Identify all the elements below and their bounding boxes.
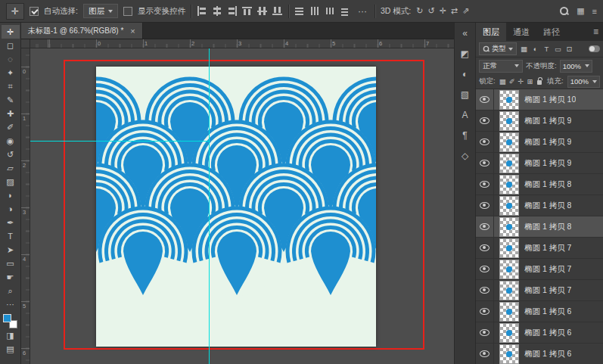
layer-visibility-toggle[interactable]: [476, 216, 494, 237]
3d-slide-icon[interactable]: ⇄: [451, 6, 458, 16]
history-brush-tool[interactable]: ↺: [2, 148, 20, 161]
lock-transparency-icon[interactable]: ▦: [499, 77, 506, 86]
layer-row[interactable]: 椭圆 1 拷贝 9: [476, 132, 603, 153]
layer-thumbnail[interactable]: [499, 132, 519, 152]
paragraph-panel-icon[interactable]: ¶: [462, 131, 467, 140]
layer-thumbnail[interactable]: [499, 323, 519, 343]
vertical-ruler[interactable]: 0123456: [21, 48, 30, 364]
brush-tool[interactable]: ✐: [2, 120, 20, 134]
layer-thumbnail[interactable]: [499, 196, 519, 216]
quick-selection-tool[interactable]: ✦: [2, 66, 20, 79]
menu-icon[interactable]: ≡: [592, 7, 597, 16]
layer-row[interactable]: 椭圆 1 拷贝 10: [476, 89, 603, 110]
layer-visibility-toggle[interactable]: [476, 132, 494, 152]
zoom-tool[interactable]: ⌕: [2, 284, 20, 297]
layer-row[interactable]: 椭圆 1 拷贝 6: [476, 322, 603, 344]
quick-mask-button[interactable]: ◨: [2, 328, 20, 342]
layer-row[interactable]: 椭圆 1 拷贝 9: [476, 153, 603, 174]
lasso-tool[interactable]: ◌: [2, 52, 20, 66]
layer-visibility-toggle[interactable]: [476, 259, 494, 279]
eraser-tool[interactable]: ▱: [2, 161, 20, 175]
3d-orbit-icon[interactable]: ↻: [416, 6, 423, 16]
layer-row[interactable]: 椭圆 1 拷贝 7: [476, 280, 603, 301]
align-vertical-centers-icon[interactable]: [257, 6, 268, 16]
distribute-heights-icon[interactable]: [340, 6, 350, 16]
layer-thumbnail[interactable]: [499, 217, 519, 237]
3d-pan-icon[interactable]: ✛: [440, 6, 446, 16]
tab-图层[interactable]: 图层: [476, 23, 506, 41]
blur-tool[interactable]: ◗: [2, 188, 20, 202]
hand-tool[interactable]: ☛: [2, 270, 20, 284]
clone-stamp-tool[interactable]: ◉: [2, 134, 20, 148]
lock-artboard-icon[interactable]: ⊞: [527, 77, 533, 86]
panel-menu-icon[interactable]: ≡: [589, 23, 603, 41]
layer-thumbnail[interactable]: [499, 260, 519, 279]
close-tab-icon[interactable]: ×: [130, 26, 135, 36]
filter-type-layers-icon[interactable]: T: [542, 45, 552, 53]
layer-row[interactable]: 椭圆 1 拷贝 8: [476, 195, 603, 216]
fill-dropdown[interactable]: 100%: [567, 76, 600, 88]
horizontal-guide[interactable]: [30, 141, 210, 142]
layer-row[interactable]: 椭圆 1 拷贝 8: [476, 216, 603, 238]
vertical-guide[interactable]: [209, 48, 210, 364]
align-right-edges-icon[interactable]: [227, 6, 238, 16]
horizontal-type-tool[interactable]: T: [2, 229, 20, 243]
layer-filter-kind-dropdown[interactable]: 类型: [479, 42, 517, 55]
layer-thumbnail[interactable]: [499, 238, 519, 258]
layer-visibility-toggle[interactable]: [476, 195, 494, 216]
layer-thumbnail[interactable]: [499, 90, 519, 110]
libraries-panel-icon[interactable]: ▧: [461, 90, 469, 99]
lock-all-icon[interactable]: [537, 80, 542, 85]
spot-healing-brush-tool[interactable]: ✚: [2, 107, 20, 120]
tab-通道[interactable]: 通道: [506, 23, 536, 41]
layer-visibility-toggle[interactable]: [476, 280, 494, 300]
dodge-tool[interactable]: ◑: [2, 202, 20, 216]
tab-路径[interactable]: 路径: [536, 23, 567, 41]
layer-visibility-toggle[interactable]: [476, 89, 494, 110]
filter-adjustment-layers-icon[interactable]: ◐: [530, 45, 540, 53]
ruler-origin-corner[interactable]: [21, 39, 30, 48]
lock-pixels-icon[interactable]: ✐: [509, 77, 515, 86]
layer-thumbnail[interactable]: [499, 281, 519, 300]
auto-select-target-dropdown[interactable]: 图层: [83, 4, 118, 18]
opacity-dropdown[interactable]: 100%: [560, 60, 592, 73]
layer-visibility-toggle[interactable]: [476, 174, 494, 194]
align-top-edges-icon[interactable]: [242, 6, 253, 16]
layer-thumbnail[interactable]: [499, 175, 519, 194]
layer-row[interactable]: 椭圆 1 拷贝 8: [476, 174, 603, 195]
workspace-switcher-icon[interactable]: ▦: [577, 6, 584, 16]
character-panel-icon[interactable]: A: [462, 110, 468, 120]
auto-select-checkbox[interactable]: [30, 7, 39, 16]
layer-row[interactable]: 椭圆 1 拷贝 9: [476, 110, 603, 132]
foreground-color-swatch[interactable]: [3, 314, 11, 322]
3d-roll-icon[interactable]: ↺: [427, 6, 434, 16]
layer-visibility-toggle[interactable]: [476, 322, 494, 343]
edit-toolbar[interactable]: ···: [2, 297, 20, 311]
layer-thumbnail[interactable]: [499, 344, 519, 364]
move-tool[interactable]: ✛: [2, 25, 20, 39]
more-align-options-button[interactable]: ···: [356, 4, 369, 19]
distribute-widths-icon[interactable]: [325, 6, 335, 16]
layer-row[interactable]: 椭圆 1 拷贝 7: [476, 238, 603, 259]
show-transform-controls-checkbox[interactable]: [123, 7, 132, 16]
rectangle-tool[interactable]: ▭: [2, 257, 20, 270]
layer-visibility-toggle[interactable]: [476, 301, 494, 322]
adjustments-panel-icon[interactable]: ◐: [462, 70, 468, 79]
lock-position-icon[interactable]: ✛: [518, 77, 524, 86]
eyedropper-tool[interactable]: ✎: [2, 93, 20, 107]
filter-smart-objects-icon[interactable]: ⊡: [564, 45, 574, 53]
expand-panels-icon[interactable]: «: [462, 29, 468, 38]
color-panel-icon[interactable]: ◩: [461, 49, 469, 58]
blend-mode-dropdown[interactable]: 正常: [479, 60, 523, 73]
filter-shape-layers-icon[interactable]: ▭: [553, 45, 563, 53]
layer-visibility-toggle[interactable]: [476, 238, 494, 258]
horizontal-ruler[interactable]: 01234567: [30, 39, 454, 48]
rectangular-marquee-tool[interactable]: ◻: [2, 39, 20, 52]
filter-pixel-layers-icon[interactable]: ▦: [519, 45, 529, 53]
layer-thumbnail[interactable]: [499, 302, 519, 322]
layer-row[interactable]: 椭圆 1 拷贝 6: [476, 344, 603, 364]
pen-tool[interactable]: ✒: [2, 216, 20, 229]
3d-panel-icon[interactable]: ◇: [462, 151, 468, 160]
crop-tool[interactable]: ⌗: [2, 79, 20, 93]
current-tool-icon[interactable]: ✛: [6, 3, 24, 20]
